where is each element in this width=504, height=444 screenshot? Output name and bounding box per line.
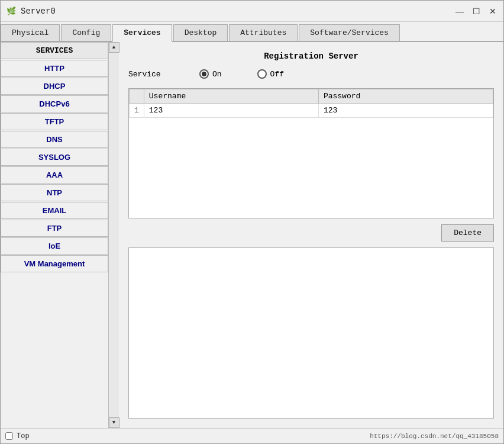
status-bar: Top https://blog.csdn.net/qq_43185058 xyxy=(1,428,503,443)
sidebar-item-http[interactable]: HTTP xyxy=(1,60,108,77)
top-label: Top xyxy=(17,432,30,440)
close-button[interactable]: ✕ xyxy=(487,5,499,17)
sidebar-item-dhcpv6[interactable]: DHCPv6 xyxy=(1,95,108,112)
top-checkbox-area: Top xyxy=(5,432,30,440)
radio-on-option[interactable]: On xyxy=(199,69,222,79)
sidebar-item-email[interactable]: EMAIL xyxy=(1,202,108,219)
top-checkbox[interactable] xyxy=(5,432,13,440)
tab-config[interactable]: Config xyxy=(61,24,111,41)
sidebar-item-tftp[interactable]: TFTP xyxy=(1,113,108,130)
sidebar-item-ftp[interactable]: FTP xyxy=(1,220,108,237)
radio-on-circle[interactable] xyxy=(199,69,209,79)
sidebar-item-dhcp[interactable]: DHCP xyxy=(1,78,108,95)
sidebar-item-syslog[interactable]: SYSLOG xyxy=(1,149,108,166)
status-url: https://blog.csdn.net/qq_43185058 xyxy=(370,433,499,440)
row-num: 1 xyxy=(130,104,144,118)
scroll-down-button[interactable]: ▼ xyxy=(109,417,119,428)
sidebar-item-aaa[interactable]: AAA xyxy=(1,166,108,184)
cell-username: 123 xyxy=(144,104,318,118)
radio-group: On Off xyxy=(199,69,494,79)
sidebar-header: SERVICES xyxy=(1,42,108,59)
tab-services[interactable]: Services xyxy=(112,24,172,42)
radio-off-option[interactable]: Off xyxy=(257,69,284,79)
radio-off-label: Off xyxy=(270,70,284,79)
tabs-bar: Physical Config Services Desktop Attribu… xyxy=(1,22,503,42)
credentials-table-area: Username Password 1 123 123 xyxy=(128,88,494,218)
minimize-button[interactable]: — xyxy=(454,5,466,17)
content-area: SERVICES HTTP DHCP DHCPv6 TFTP DNS SYSLO… xyxy=(1,42,503,428)
title-bar: 🌿 Server0 — ☐ ✕ xyxy=(1,1,503,22)
main-panel: Registration Server Service On Off xyxy=(119,42,503,428)
radio-on-label: On xyxy=(212,70,222,79)
registration-server-title: Registration Server xyxy=(128,52,494,61)
sidebar-scrollbar: ▲ ▼ xyxy=(108,42,119,428)
app-icon: 🌿 xyxy=(5,5,17,17)
sidebar-item-dns[interactable]: DNS xyxy=(1,131,108,148)
col-password: Password xyxy=(318,89,493,104)
tab-desktop[interactable]: Desktop xyxy=(173,24,228,41)
service-label: Service xyxy=(128,70,199,79)
sidebar-item-ioe[interactable]: IoE xyxy=(1,237,108,255)
tab-attributes[interactable]: Attributes xyxy=(229,24,298,41)
maximize-button[interactable]: ☐ xyxy=(470,5,482,17)
bottom-panel xyxy=(128,247,494,419)
sidebar: SERVICES HTTP DHCP DHCPv6 TFTP DNS SYSLO… xyxy=(1,42,119,428)
delete-button[interactable]: Delete xyxy=(441,224,494,242)
window-title: Server0 xyxy=(21,7,454,16)
sidebar-item-vm-management[interactable]: VM Management xyxy=(1,255,108,272)
credentials-table: Username Password 1 123 123 xyxy=(129,89,493,118)
scroll-up-button[interactable]: ▲ xyxy=(109,42,119,53)
window-controls: — ☐ ✕ xyxy=(454,5,499,17)
col-username: Username xyxy=(144,89,318,104)
tab-software-services[interactable]: Software/Services xyxy=(299,24,400,41)
main-window: 🌿 Server0 — ☐ ✕ Physical Config Services… xyxy=(0,0,504,444)
col-num xyxy=(130,89,144,104)
tab-physical[interactable]: Physical xyxy=(1,24,60,41)
delete-row: Delete xyxy=(128,224,494,242)
radio-off-circle[interactable] xyxy=(257,69,267,79)
sidebar-menu: SERVICES HTTP DHCP DHCPv6 TFTP DNS SYSLO… xyxy=(1,42,108,428)
table-row[interactable]: 1 123 123 xyxy=(130,104,493,118)
sidebar-item-ntp[interactable]: NTP xyxy=(1,184,108,201)
service-control-row: Service On Off xyxy=(128,69,494,79)
cell-password: 123 xyxy=(318,104,493,118)
